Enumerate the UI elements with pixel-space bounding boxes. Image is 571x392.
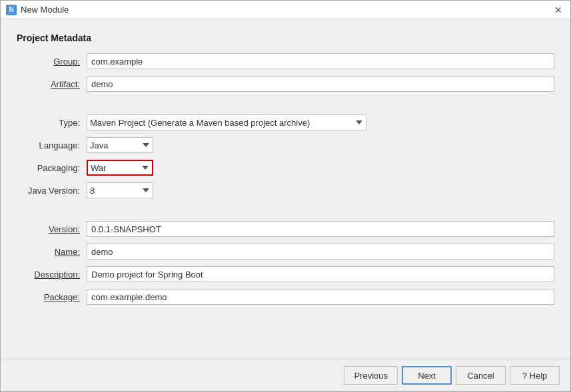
packaging-row: Packaging: Jar War bbox=[17, 159, 554, 176]
name-input[interactable] bbox=[87, 244, 554, 260]
language-select[interactable]: Java Kotlin Groovy bbox=[87, 137, 153, 153]
version-label: Version: bbox=[17, 224, 87, 234]
form-grid: Group: Artifact: Type: Maven Project (Ge… bbox=[17, 53, 554, 305]
java-version-row: Java Version: 8 11 17 bbox=[17, 182, 554, 199]
language-row: Language: Java Kotlin Groovy bbox=[17, 136, 554, 154]
name-label: Name: bbox=[17, 247, 87, 257]
type-row-content: Maven Project (Generate a Maven based pr… bbox=[87, 114, 366, 130]
language-label: Language: bbox=[17, 140, 87, 150]
cancel-button[interactable]: Cancel bbox=[456, 366, 506, 385]
version-row: Version: bbox=[17, 220, 554, 238]
dialog-title: New Module bbox=[21, 5, 69, 15]
group-label: Group: bbox=[17, 57, 87, 67]
next-button[interactable]: Next bbox=[402, 366, 452, 385]
packaging-select[interactable]: Jar War bbox=[87, 160, 153, 176]
name-row: Name: bbox=[17, 243, 554, 260]
group-row: Group: bbox=[17, 53, 554, 70]
help-button[interactable]: ? Help bbox=[510, 366, 560, 385]
packaging-label: Packaging: bbox=[17, 163, 87, 173]
version-input[interactable] bbox=[87, 221, 554, 237]
description-row: Description: bbox=[17, 266, 554, 283]
close-button[interactable]: ✕ bbox=[552, 3, 565, 17]
type-select[interactable]: Maven Project (Generate a Maven based pr… bbox=[87, 114, 366, 130]
type-row: Type: Maven Project (Generate a Maven ba… bbox=[17, 114, 554, 131]
description-input[interactable] bbox=[87, 266, 554, 282]
dialog-footer: Previous Next Cancel ? Help bbox=[1, 359, 570, 391]
java-version-label: Java Version: bbox=[17, 186, 87, 196]
spacer1 bbox=[17, 98, 554, 108]
section-title: Project Metadata bbox=[17, 33, 554, 43]
java-version-select[interactable]: 8 11 17 bbox=[87, 182, 153, 198]
artifact-row: Artifact: bbox=[17, 75, 554, 93]
description-label: Description: bbox=[17, 270, 87, 280]
title-bar-left: N New Module bbox=[6, 5, 69, 15]
dialog-icon: N bbox=[6, 5, 17, 15]
previous-button[interactable]: Previous bbox=[344, 366, 398, 385]
new-module-dialog: N New Module ✕ Project Metadata Group: A… bbox=[0, 0, 571, 392]
package-row: Package: bbox=[17, 288, 554, 305]
artifact-input[interactable] bbox=[87, 76, 554, 92]
title-bar: N New Module ✕ bbox=[1, 1, 570, 19]
artifact-label: Artifact: bbox=[17, 79, 87, 89]
package-label: Package: bbox=[17, 292, 87, 302]
package-input[interactable] bbox=[87, 289, 554, 305]
type-label: Type: bbox=[17, 118, 87, 128]
group-input[interactable] bbox=[87, 53, 554, 69]
dialog-content: Project Metadata Group: Artifact: Type: … bbox=[1, 19, 570, 359]
spacer2 bbox=[17, 204, 554, 215]
